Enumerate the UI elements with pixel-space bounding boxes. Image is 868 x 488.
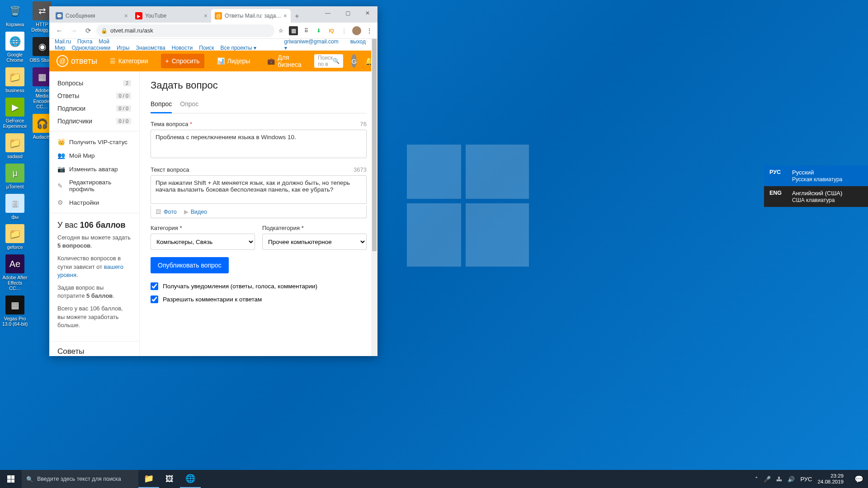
lang-option[interactable]: ENGАнглийский (США)США клавиатура <box>764 186 868 207</box>
desktop-icon[interactable]: 🌐Google Chrome <box>1 32 28 63</box>
desktop-icon[interactable]: 📁geforce <box>1 224 28 250</box>
tab-close-icon[interactable]: × <box>204 12 208 19</box>
desktop-icon[interactable]: AeAdobe After Effects CC… <box>1 254 28 291</box>
sidebar-item[interactable]: Вопросы2 <box>49 77 139 89</box>
topic-input[interactable]: Проблема с переключением языка в Windows… <box>151 130 367 158</box>
business-button[interactable]: 💼 Для бизнеса <box>263 50 306 72</box>
reload-button[interactable]: ⟳ <box>82 24 94 37</box>
topnav-link[interactable]: Поиск <box>199 45 214 51</box>
text-input[interactable]: При нажатии Shift + Alt меняется язык, к… <box>151 175 367 204</box>
tray-network-icon[interactable]: 🖧 <box>776 476 782 483</box>
menu-button[interactable]: ⋮ <box>365 26 374 35</box>
topnav-link[interactable]: Новости <box>172 45 193 51</box>
topnav-link[interactable]: Знакомства <box>136 45 165 51</box>
sidebar-action-vip-status[interactable]: 👑Получить VIP-статус <box>49 135 139 149</box>
desktop-icon[interactable]: μμTorrent <box>1 164 28 189</box>
categories-button[interactable]: ☰ Категории <box>105 54 153 68</box>
sidebar-item[interactable]: Подписчики0 / 0 <box>49 115 139 127</box>
topnav-link[interactable]: Почта <box>77 38 92 45</box>
tab-close-icon[interactable]: × <box>124 12 128 19</box>
back-button[interactable]: ← <box>53 24 66 37</box>
taskbar-app-unknown[interactable]: 🖼 <box>159 470 180 488</box>
topnav-link[interactable]: Игры <box>117 45 129 51</box>
browser-window: 💬Сообщения×▶YouTube×@Ответы Mail.ru: зад… <box>49 6 377 356</box>
search-icon: 🔍 <box>333 58 340 64</box>
taskbar-app-chrome[interactable]: 🌐 <box>180 470 201 488</box>
star-icon[interactable]: ☆ <box>276 26 285 35</box>
ext-icon-1[interactable]: ▦ <box>289 26 298 35</box>
language-switcher-popup: РУСРусскийРусская клавиатураENGАнглийски… <box>764 165 868 207</box>
new-tab-button[interactable]: + <box>291 10 303 23</box>
browser-tab[interactable]: ▶YouTube× <box>132 9 211 23</box>
browser-tab[interactable]: @Ответы Mail.ru: задать вопрос× <box>211 9 291 23</box>
topnav-link[interactable]: Mail.ru <box>55 38 71 45</box>
otvety-logo[interactable]: @ответы <box>57 55 97 67</box>
logout-link[interactable]: выход <box>350 38 366 51</box>
notify-checkbox[interactable] <box>151 282 158 290</box>
attach-photo[interactable]: 🖼Фото <box>156 208 177 215</box>
sidebar-action-change-avatar[interactable]: 📷Изменить аватар <box>49 162 139 176</box>
score-title: У вас 106 баллов <box>57 221 131 230</box>
desktop-icon[interactable]: ▦Vegas Pro 13.0 (64-bit) <box>1 296 28 327</box>
sidebar-action-settings[interactable]: ⚙Настройки <box>49 196 139 209</box>
desktop-icon[interactable]: 🖥фы <box>1 194 28 220</box>
sidebar-item[interactable]: Ответы0 / 0 <box>49 89 139 102</box>
desktop-icon[interactable]: 🗑️Корзина <box>1 1 28 27</box>
header-search[interactable]: Поиск по в 🔍 <box>314 54 343 68</box>
ext-icon-2[interactable]: ⠿ <box>302 26 311 35</box>
taskbar: 🔍 Введите здесь текст для поиска 📁 🖼 🌐 ˄… <box>0 470 868 488</box>
close-button[interactable]: ✕ <box>358 6 377 20</box>
lang-option[interactable]: РУСРусскийРусская клавиатура <box>764 165 868 186</box>
score-line-3: Задав вопрос вы потратите 5 баллов. <box>57 284 131 300</box>
tray-chevron-icon[interactable]: ˄ <box>755 476 758 483</box>
taskbar-clock[interactable]: 23:29 24.08.2019 <box>817 473 846 485</box>
desktop-icon[interactable]: ▶GeForce Experience <box>1 98 28 129</box>
start-button[interactable] <box>0 470 22 488</box>
search-icon: 🔍 <box>26 476 33 483</box>
sidebar-action-edit-profile[interactable]: ✎Редактировать профиль <box>49 176 139 196</box>
sidebar-action-my-world[interactable]: 👥Мой Мир <box>49 149 139 162</box>
desktop-icon[interactable]: 📁sadasd <box>1 133 28 159</box>
chart-icon: 📊 <box>217 57 225 65</box>
list-icon: ☰ <box>110 57 116 65</box>
attach-video[interactable]: ▶Видео <box>184 208 208 215</box>
leaders-button[interactable]: 📊 Лидеры <box>212 54 255 68</box>
user-avatar[interactable]: G <box>351 54 357 68</box>
action-icon: ✎ <box>57 182 65 189</box>
tray-volume-icon[interactable]: 🔊 <box>788 476 795 483</box>
category-select[interactable]: Компьютеры, Связь <box>151 234 255 250</box>
level-link[interactable]: вашего уровня <box>57 263 123 278</box>
score-line-4: Всего у вас 106 баллов, вы можете зарабо… <box>57 305 131 329</box>
browser-tab[interactable]: 💬Сообщения× <box>52 9 132 23</box>
topnav-link[interactable]: Все проекты ▾ <box>220 45 256 51</box>
tab-close-icon[interactable]: × <box>283 12 287 19</box>
url-input[interactable]: 🔒 otvet.mail.ru/ask <box>96 24 274 37</box>
maximize-button[interactable]: ▢ <box>338 6 358 20</box>
topnav-link[interactable]: Одноклассники <box>71 45 110 51</box>
category-label: Категория * <box>151 225 255 231</box>
user-email[interactable]: griwaniwe@gmail.com ▾ <box>284 38 339 51</box>
tray-mic-icon[interactable]: 🎤 <box>764 476 771 483</box>
lock-icon: 🔒 <box>101 28 108 34</box>
minimize-button[interactable]: — <box>318 6 338 20</box>
ext-icon-3[interactable]: ⬇ <box>314 26 323 35</box>
tray-language[interactable]: РУС <box>800 476 812 483</box>
taskbar-search[interactable]: 🔍 Введите здесь текст для поиска <box>22 470 138 488</box>
publish-button[interactable]: Опубликовать вопрос <box>151 257 229 273</box>
tab-poll[interactable]: Опрос <box>180 98 198 113</box>
sidebar-item[interactable]: Подписки0 / 0 <box>49 102 139 115</box>
profile-avatar[interactable] <box>352 26 361 35</box>
forward-button[interactable]: → <box>67 24 80 37</box>
page-title: Задать вопрос <box>151 80 367 91</box>
action-icon: 👑 <box>57 138 65 145</box>
desktop-icon[interactable]: 📁business <box>1 67 28 93</box>
browser-scrollbar[interactable] <box>371 39 377 356</box>
action-center-button[interactable]: 💬 <box>850 470 868 488</box>
subcategory-select[interactable]: Прочее компьютерное <box>262 234 367 250</box>
taskbar-app-explorer[interactable]: 📁 <box>138 470 159 488</box>
text-label: Текст вопроса <box>151 166 189 173</box>
ask-button[interactable]: + Спросить <box>161 54 204 68</box>
tab-question[interactable]: Вопрос <box>151 98 172 113</box>
ext-icon-iq[interactable]: IQ <box>327 26 336 35</box>
comments-checkbox[interactable] <box>151 296 158 303</box>
